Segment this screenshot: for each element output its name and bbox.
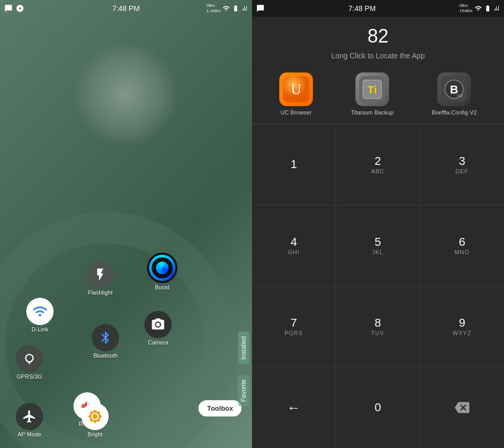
camera-icon-bg bbox=[144, 311, 172, 338]
status-bar-left: 7:48 PM 0B/s 1.1kB/s bbox=[0, 0, 252, 17]
background-orb bbox=[74, 42, 178, 147]
titanium-backup-label: Titanium Backup bbox=[351, 109, 394, 116]
wifi-status-icon-right bbox=[484, 5, 491, 12]
camera-icon bbox=[151, 317, 165, 332]
numpad-digit-3: 3 bbox=[459, 155, 465, 167]
numpad-key-8[interactable]: 8 TUV bbox=[336, 286, 420, 367]
bright-icon-bg bbox=[81, 403, 109, 430]
numpad-digit-2: 2 bbox=[374, 155, 381, 167]
boeffla-svg: B V2 bbox=[441, 76, 467, 102]
numpad: 1 2 ABC 3 DEF 4 GHI 5 JKL 6 MNO 7 PQRS bbox=[252, 124, 504, 448]
numpad-letters-9: WXYZ bbox=[453, 330, 471, 336]
numpad-key-7[interactable]: 7 PQRS bbox=[252, 286, 336, 367]
menu-item-apmode[interactable]: AP Mode bbox=[16, 403, 43, 437]
menu-item-boost[interactable]: Boost bbox=[147, 253, 177, 290]
titanium-backup-icon: Ti bbox=[355, 72, 389, 106]
bars-icon-left bbox=[242, 5, 248, 12]
numpad-key-9[interactable]: 9 WXYZ bbox=[420, 286, 504, 367]
numpad-letters-4: GHI bbox=[288, 249, 300, 255]
numpad-back-icon: ← bbox=[287, 401, 301, 414]
numpad-key-back[interactable]: ← bbox=[252, 367, 336, 448]
svg-text:Ti: Ti bbox=[368, 84, 377, 96]
bluetooth-label: Bluetooth bbox=[93, 352, 118, 359]
status-icons-left bbox=[4, 4, 24, 13]
status-bar-right: 7:48 PM 0B/s 154B/s bbox=[252, 0, 504, 17]
menu-item-dlink[interactable]: D-Link bbox=[26, 298, 54, 332]
menu-item-gprs[interactable]: GPRS/3G bbox=[16, 345, 43, 380]
numpad-digit-0: 0 bbox=[374, 402, 381, 413]
numpad-letters-5: JKL bbox=[372, 249, 384, 255]
flashlight-icon bbox=[93, 267, 108, 282]
airplane-icon bbox=[22, 409, 37, 424]
gprs-icon-bg bbox=[16, 345, 43, 372]
numpad-key-0[interactable]: 0 bbox=[336, 367, 420, 448]
tab-favorite[interactable]: Favorite bbox=[238, 375, 249, 406]
boost-label: Boost bbox=[155, 284, 170, 290]
menu-item-bright[interactable]: Bright bbox=[81, 403, 109, 437]
boost-icon-bg bbox=[147, 253, 177, 283]
numpad-digit-5: 5 bbox=[374, 236, 381, 248]
boeffla-config-label: Boeffla-Config V2 bbox=[432, 109, 477, 116]
svg-point-0 bbox=[156, 322, 160, 326]
numpad-letters-7: PQRS bbox=[285, 330, 303, 336]
dlink-label: D-Link bbox=[32, 326, 48, 332]
flashlight-icon-bg bbox=[87, 261, 114, 288]
bars-icon-right bbox=[494, 5, 500, 12]
net-speed-right: 0B/s 154B/s bbox=[459, 3, 472, 13]
flashlight-label: Flashlight bbox=[88, 289, 112, 296]
numpad-key-1[interactable]: 1 bbox=[252, 124, 336, 205]
net-speed-left: 0B/s 1.1kB/s bbox=[206, 3, 220, 13]
camera-label: Camera bbox=[148, 339, 168, 346]
search-number: 82 bbox=[252, 17, 504, 51]
app-item-boeffla-config[interactable]: B V2 Boeffla-Config V2 bbox=[432, 72, 477, 116]
numpad-digit-9: 9 bbox=[459, 317, 465, 329]
wifi-icon bbox=[32, 304, 48, 319]
uc-browser-svg: U bbox=[283, 76, 309, 102]
app-item-uc-browser[interactable]: U UC Browser bbox=[279, 72, 313, 116]
bluetooth-icon-bg bbox=[92, 324, 119, 351]
numpad-key-4[interactable]: 4 GHI bbox=[252, 205, 336, 286]
uc-browser-icon: U bbox=[279, 72, 313, 106]
numpad-key-delete[interactable] bbox=[420, 367, 504, 448]
dlink-icon-bg bbox=[26, 298, 54, 325]
status-time-right: 7:48 PM bbox=[348, 4, 375, 13]
brightness-icon bbox=[88, 409, 102, 424]
numpad-letters-6: MNO bbox=[455, 249, 470, 255]
delete-icon bbox=[455, 400, 469, 415]
numpad-digit-4: 4 bbox=[290, 236, 297, 248]
uc-browser-label: UC Browser bbox=[280, 109, 311, 116]
search-hint: Long Click to Locate the App bbox=[252, 51, 504, 68]
numpad-digit-6: 6 bbox=[459, 236, 465, 248]
numpad-key-6[interactable]: 6 MNO bbox=[420, 205, 504, 286]
gprs-label: GPRS/3G bbox=[17, 373, 43, 380]
bright-label: Bright bbox=[88, 431, 103, 437]
tab-installed[interactable]: Installed bbox=[238, 332, 249, 364]
left-panel: 7:48 PM 0B/s 1.1kB/s D-Lin bbox=[0, 0, 252, 448]
numpad-letters-8: TUV bbox=[371, 330, 384, 336]
numpad-key-2[interactable]: 2 ABC bbox=[336, 124, 420, 205]
signal-icon-left bbox=[223, 5, 230, 12]
message-icon bbox=[4, 4, 13, 13]
status-icons-right bbox=[256, 4, 265, 13]
toolbox-button[interactable]: Toolbox bbox=[198, 400, 242, 416]
titanium-svg: Ti bbox=[359, 76, 385, 102]
menu-item-camera[interactable]: Camera bbox=[144, 311, 172, 346]
apmode-label: AP Mode bbox=[17, 431, 41, 437]
whatsapp-icon bbox=[16, 4, 24, 13]
boeffla-config-icon: B V2 bbox=[437, 72, 471, 106]
right-panel: 7:48 PM 0B/s 154B/s 82 Long Click to Loc… bbox=[252, 0, 504, 448]
app-item-titanium-backup[interactable]: Ti Titanium Backup bbox=[351, 72, 394, 116]
signal-icon-right bbox=[475, 5, 482, 12]
boost-inner bbox=[152, 257, 173, 278]
apmode-icon-bg bbox=[16, 403, 43, 430]
menu-item-flashlight[interactable]: Flashlight bbox=[87, 261, 114, 296]
wifi-status-icon-left bbox=[232, 5, 239, 12]
numpad-key-5[interactable]: 5 JKL bbox=[336, 205, 420, 286]
bluetooth-icon bbox=[98, 330, 113, 345]
status-right-right: 0B/s 154B/s bbox=[459, 3, 500, 13]
svg-text:U: U bbox=[291, 81, 301, 97]
numpad-key-3[interactable]: 3 DEF bbox=[420, 124, 504, 205]
svg-text:V2: V2 bbox=[457, 93, 463, 98]
menu-item-bluetooth[interactable]: Bluetooth bbox=[92, 324, 119, 359]
status-right-left: 0B/s 1.1kB/s bbox=[206, 3, 248, 13]
